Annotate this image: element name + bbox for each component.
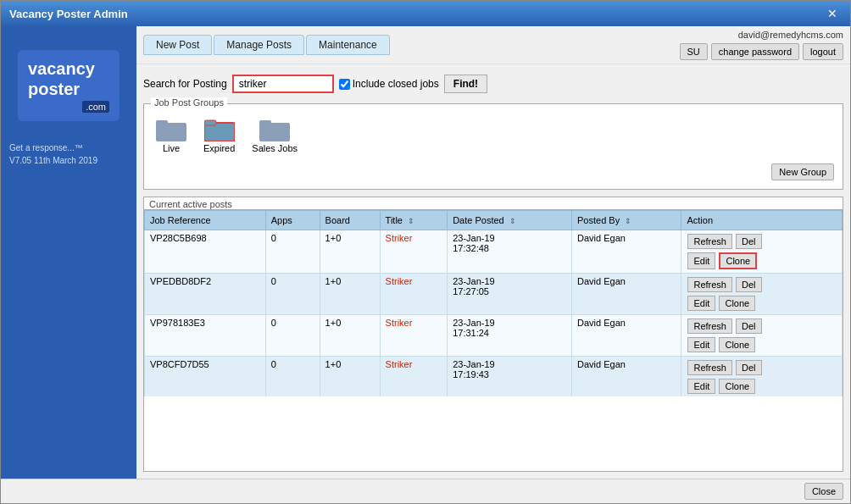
clone-button[interactable]: Clone <box>719 379 755 394</box>
cell-title: Striker <box>380 357 448 397</box>
new-group-button[interactable]: New Group <box>771 163 834 180</box>
del-button[interactable]: Del <box>736 234 762 249</box>
sidebar: vacancy poster .com Get a response...™ V… <box>1 26 136 479</box>
tab-manage-posts[interactable]: Manage Posts <box>214 35 304 55</box>
folder-grid: Live Expired <box>153 109 834 160</box>
cell-ref: VP28C5B698 <box>145 230 266 274</box>
col-header-job-ref[interactable]: Job Reference <box>145 211 266 230</box>
job-title-link[interactable]: Striker <box>386 233 413 243</box>
cell-action: Refresh Del Edit Clone <box>681 230 843 274</box>
del-button[interactable]: Del <box>736 318 762 334</box>
folder-live-icon <box>156 116 186 141</box>
cell-posted-by: David Egan <box>572 274 681 315</box>
cell-action: Refresh Del Edit Clone <box>681 357 843 397</box>
title-bar: Vacancy Poster Admin ✕ <box>1 1 850 26</box>
col-header-date-posted[interactable]: Date Posted ⇕ <box>448 211 572 230</box>
clone-button[interactable]: Clone <box>719 252 757 269</box>
top-buttons: SU change password logout <box>680 43 844 60</box>
search-bar: Search for Posting Include closed jobs F… <box>143 71 843 97</box>
svg-rect-5 <box>259 120 271 125</box>
cell-date: 23-Jan-19 17:32:48 <box>448 230 572 274</box>
top-bar: New Post Manage Posts Maintenance david@… <box>136 26 850 64</box>
folder-live[interactable]: Live <box>156 116 186 153</box>
title-sort-arrow: ⇕ <box>408 217 414 225</box>
search-label: Search for Posting <box>143 78 227 90</box>
folder-live-label: Live <box>163 143 180 153</box>
job-title-link[interactable]: Striker <box>386 359 413 369</box>
folder-expired-label: Expired <box>203 143 235 153</box>
su-button[interactable]: SU <box>680 43 708 60</box>
refresh-button[interactable]: Refresh <box>687 277 732 292</box>
top-right: david@remedyhcms.com SU change password … <box>680 30 844 60</box>
change-password-button[interactable]: change password <box>711 43 799 60</box>
posts-table: Job Reference Apps Board Title ⇕ Date Po… <box>144 210 843 396</box>
posts-tbody: VP28C5B698 0 1+0 Striker 23-Jan-19 17:32… <box>145 230 843 397</box>
cell-posted-by: David Egan <box>572 357 681 397</box>
new-group-btn-row: New Group <box>153 163 834 180</box>
cell-board: 1+0 <box>320 230 380 274</box>
folder-expired[interactable]: Expired <box>203 116 235 153</box>
current-posts-legend: Current active posts <box>149 199 232 209</box>
clone-button[interactable]: Clone <box>719 296 755 311</box>
cell-apps: 0 <box>265 357 320 397</box>
table-row: VP28C5B698 0 1+0 Striker 23-Jan-19 17:32… <box>145 230 843 274</box>
cell-title: Striker <box>380 315 448 357</box>
edit-button[interactable]: Edit <box>687 296 715 311</box>
user-email: david@remedyhcms.com <box>738 30 843 40</box>
cell-action: Refresh Del Edit Clone <box>681 315 843 357</box>
content-area: Search for Posting Include closed jobs F… <box>136 64 850 479</box>
svg-rect-3 <box>204 120 216 125</box>
col-header-board[interactable]: Board <box>320 211 380 230</box>
cell-apps: 0 <box>265 274 320 315</box>
edit-button[interactable]: Edit <box>687 252 715 269</box>
cell-ref: VPEDBD8DF2 <box>145 274 266 315</box>
refresh-button[interactable]: Refresh <box>687 318 732 334</box>
job-title-link[interactable]: Striker <box>386 318 413 328</box>
table-row: VPEDBD8DF2 0 1+0 Striker 23-Jan-19 17:27… <box>145 274 843 315</box>
job-title-link[interactable]: Striker <box>386 276 413 286</box>
cell-board: 1+0 <box>320 274 380 315</box>
posts-table-wrapper[interactable]: Job Reference Apps Board Title ⇕ Date Po… <box>144 210 843 396</box>
search-input[interactable] <box>232 75 334 93</box>
svg-rect-4 <box>259 123 290 141</box>
window-title: Vacancy Poster Admin <box>9 8 128 20</box>
del-button[interactable]: Del <box>736 277 762 292</box>
include-closed-checkbox[interactable] <box>339 79 350 90</box>
logout-button[interactable]: logout <box>803 43 843 60</box>
edit-button[interactable]: Edit <box>687 337 715 352</box>
cell-date: 23-Jan-19 17:27:05 <box>448 274 572 315</box>
cell-ref: VP978183E3 <box>145 315 266 357</box>
logo-poster: poster <box>28 79 109 99</box>
folder-sales-jobs[interactable]: Sales Jobs <box>252 116 298 153</box>
job-post-groups: Job Post Groups Live <box>143 103 843 190</box>
col-header-title[interactable]: Title ⇕ <box>380 211 448 230</box>
find-button[interactable]: Find! <box>444 75 487 93</box>
main-window: Vacancy Poster Admin ✕ vacancy poster .c… <box>0 0 851 504</box>
folder-sales-jobs-label: Sales Jobs <box>252 143 298 153</box>
col-header-posted-by[interactable]: Posted By ⇕ <box>572 211 681 230</box>
logo-box: vacancy poster .com <box>14 35 124 136</box>
cell-apps: 0 <box>265 315 320 357</box>
col-header-apps[interactable]: Apps <box>265 211 320 230</box>
cell-posted-by: David Egan <box>572 230 681 274</box>
include-closed-text: Include closed jobs <box>353 78 439 90</box>
svg-rect-1 <box>156 120 168 125</box>
close-button[interactable]: Close <box>804 483 843 500</box>
svg-rect-0 <box>156 123 186 141</box>
del-button[interactable]: Del <box>736 360 762 375</box>
right-panel: New Post Manage Posts Maintenance david@… <box>136 26 850 479</box>
tab-maintenance[interactable]: Maintenance <box>306 35 390 55</box>
table-row: VP978183E3 0 1+0 Striker 23-Jan-19 17:31… <box>145 315 843 357</box>
cell-board: 1+0 <box>320 357 380 397</box>
table-header-row: Job Reference Apps Board Title ⇕ Date Po… <box>145 211 843 230</box>
tab-new-post[interactable]: New Post <box>143 35 212 55</box>
clone-button[interactable]: Clone <box>719 337 755 352</box>
current-active-posts: Current active posts Job Reference Apps … <box>143 197 843 472</box>
edit-button[interactable]: Edit <box>687 379 715 394</box>
refresh-button[interactable]: Refresh <box>687 360 732 375</box>
date-sort-arrow: ⇕ <box>509 217 516 225</box>
col-header-action: Action <box>681 211 843 230</box>
logo-vacancy: vacancy <box>28 58 109 79</box>
window-close-button[interactable]: ✕ <box>823 5 842 22</box>
refresh-button[interactable]: Refresh <box>687 234 732 249</box>
